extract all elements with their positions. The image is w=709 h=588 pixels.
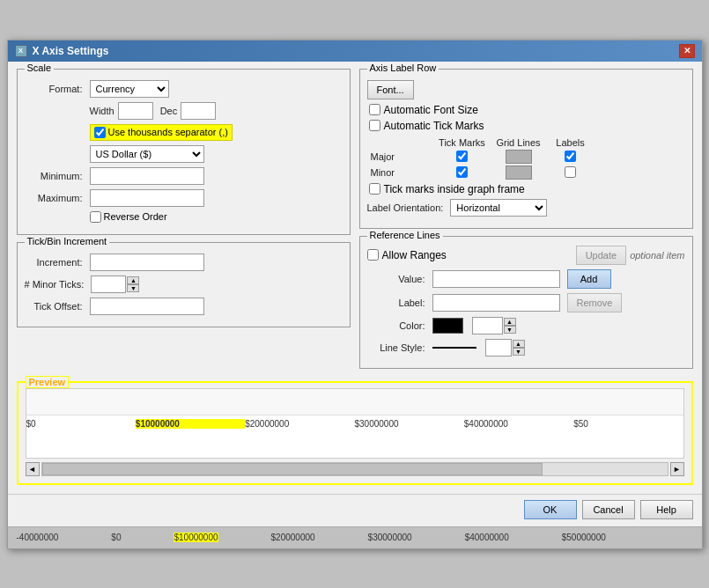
- scroll-left-button[interactable]: ◄: [26, 462, 40, 476]
- preview-scrollbar: ◄ ►: [26, 462, 684, 476]
- cancel-button[interactable]: Cancel: [582, 500, 635, 519]
- preview-label-1: $10000000: [136, 419, 245, 429]
- minimum-label: Minimum:: [25, 171, 86, 181]
- preview-label-3: $30000000: [354, 419, 463, 429]
- dec-input[interactable]: 0: [181, 102, 216, 120]
- dialog-footer: OK Cancel Help: [8, 494, 702, 526]
- thousands-sep-check[interactable]: [94, 127, 106, 138]
- increment-input[interactable]: $10,000,000: [90, 254, 204, 271]
- optional-text: optional item: [630, 250, 684, 261]
- minimum-input[interactable]: $0: [90, 167, 204, 185]
- auto-font-row: Automatic Font Size: [367, 104, 685, 116]
- color-pct-input[interactable]: 100%: [472, 317, 503, 334]
- minor-ticks-up[interactable]: ▲: [127, 276, 139, 284]
- dec-label: Dec: [160, 106, 178, 116]
- dialog-body: Scale Format: Currency Number Percent Da…: [8, 62, 702, 494]
- preview-area: $0 $10000000 $20000000 $30000000 $400000…: [26, 388, 684, 459]
- ref-label-input[interactable]: [432, 294, 560, 312]
- width-input[interactable]: 9: [118, 102, 153, 120]
- tick-marks-header: Tick Marks: [436, 137, 489, 148]
- minor-labels-check[interactable]: [565, 166, 576, 178]
- line-style-up[interactable]: ▲: [513, 340, 525, 348]
- ref-label-row: Label: Remove: [367, 293, 685, 312]
- line-style-input[interactable]: 1: [485, 339, 512, 356]
- increment-row: Increment: $10,000,000: [25, 254, 343, 271]
- remove-button[interactable]: Remove: [567, 293, 623, 312]
- orientation-label: Label Orientation:: [367, 202, 444, 213]
- color-swatch[interactable]: [432, 318, 463, 334]
- format-label: Format:: [25, 84, 86, 94]
- preview-label-5: $50: [573, 419, 683, 429]
- scale-group: Scale Format: Currency Number Percent Da…: [17, 69, 351, 235]
- format-row: Format: Currency Number Percent Date: [25, 80, 343, 98]
- grid-lines-header: Grid Lines: [492, 137, 545, 148]
- allow-ranges-label: Allow Ranges: [382, 249, 447, 261]
- main-content: Scale Format: Currency Number Percent Da…: [17, 69, 693, 376]
- allow-ranges-check[interactable]: [367, 249, 379, 261]
- auto-font-check[interactable]: [369, 104, 380, 115]
- major-grid-box: [506, 150, 532, 164]
- minor-ticks-down[interactable]: ▼: [127, 284, 139, 292]
- format-select[interactable]: Currency Number Percent Date: [90, 80, 169, 98]
- ref-label-label: Label:: [367, 298, 429, 308]
- orientation-row: Label Orientation: Horizontal Vertical D…: [367, 199, 685, 217]
- currency-select[interactable]: US Dollar ($) Euro (€) British Pound (£): [90, 145, 204, 163]
- minor-grid-box: [506, 165, 532, 180]
- minor-ticks-input[interactable]: 1: [91, 276, 126, 293]
- line-style-down[interactable]: ▼: [513, 348, 525, 356]
- tick-grid: Tick Marks Grid Lines Labels Major Minor: [371, 137, 685, 180]
- width-label: Width: [90, 106, 114, 116]
- font-btn-row: Font...: [367, 80, 685, 99]
- orientation-select[interactable]: Horizontal Vertical Diagonal: [450, 199, 547, 217]
- reverse-order-text: Reverse Order: [104, 211, 167, 222]
- increment-label: Increment:: [25, 257, 86, 268]
- labels-header: Labels: [549, 137, 593, 148]
- close-button[interactable]: ✕: [679, 44, 695, 58]
- axis-label-group-label: Axis Label Row: [367, 62, 439, 73]
- tick-bin-label: Tick/Bin Increment: [25, 236, 110, 246]
- color-pct-down[interactable]: ▼: [504, 326, 516, 334]
- preview-label: Preview: [26, 376, 70, 388]
- auto-tick-check[interactable]: [369, 120, 380, 131]
- ref-value-label: Value:: [367, 274, 429, 284]
- tick-offset-input[interactable]: 0: [90, 298, 204, 315]
- tick-bin-group: Tick/Bin Increment Increment: $10,000,00…: [17, 242, 351, 327]
- add-button[interactable]: Add: [567, 269, 611, 289]
- tick-inside-check[interactable]: [369, 183, 380, 195]
- maximum-row: Maximum: $50,000,000: [25, 189, 343, 207]
- bottom-label-2: $10000000: [174, 533, 218, 542]
- major-labels-check[interactable]: [565, 151, 576, 162]
- minor-ticks-row: # Minor Ticks: 1 ▲ ▼: [25, 276, 343, 293]
- color-pct-up[interactable]: ▲: [504, 318, 516, 326]
- scroll-right-button[interactable]: ►: [670, 462, 684, 476]
- line-style-label: Line Style:: [367, 342, 429, 353]
- tick-offset-row: Tick Offset: 0: [25, 298, 343, 315]
- bottom-label-1: $0: [111, 533, 121, 542]
- scale-group-label: Scale: [25, 62, 55, 73]
- reverse-order-label[interactable]: Reverse Order: [90, 211, 167, 223]
- dialog-icon: X: [15, 45, 27, 57]
- thousands-sep-row: Use thousands separator (,): [25, 124, 343, 141]
- auto-tick-row: Automatic Tick Marks: [367, 120, 685, 132]
- ref-color-row: Color: 100% ▲ ▼: [367, 317, 685, 334]
- reverse-order-check[interactable]: [90, 211, 101, 223]
- ok-button[interactable]: OK: [524, 500, 577, 519]
- ref-value-input[interactable]: $25,000,000.00: [432, 270, 560, 288]
- preview-axis-area: [26, 389, 683, 415]
- minor-tick-check[interactable]: [456, 166, 468, 178]
- title-bar: X X Axis Settings ✕: [8, 40, 702, 62]
- line-style-row: Line Style: 1 ▲ ▼: [367, 339, 685, 356]
- ref-color-label: Color:: [367, 320, 429, 331]
- maximum-label: Maximum:: [25, 193, 86, 203]
- update-button[interactable]: Update: [576, 246, 626, 265]
- ref-value-row: Value: $25,000,000.00 Add: [367, 269, 685, 289]
- font-button[interactable]: Font...: [367, 80, 414, 99]
- scroll-track[interactable]: [41, 462, 668, 476]
- thousands-sep-checkbox[interactable]: Use thousands separator (,): [90, 124, 233, 141]
- help-button[interactable]: Help: [640, 500, 693, 519]
- maximum-input[interactable]: $50,000,000: [90, 189, 204, 207]
- preview-labels: $0 $10000000 $20000000 $30000000 $400000…: [26, 415, 683, 432]
- minor-label: Minor: [371, 167, 432, 178]
- major-tick-check[interactable]: [456, 151, 468, 162]
- axis-label-group: Axis Label Row Font... Automatic Font Si…: [359, 69, 693, 229]
